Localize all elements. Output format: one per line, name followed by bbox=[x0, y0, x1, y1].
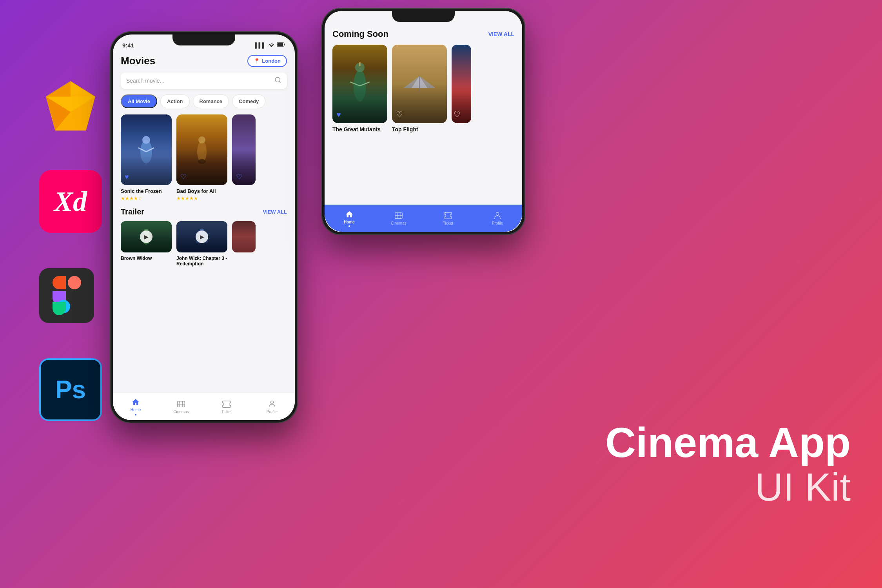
rating-badboys: ★★★★★ bbox=[176, 196, 227, 201]
phone-left: 9:41 ▌▌▌ Movies 📍 bbox=[110, 31, 298, 423]
movie-card-badboys[interactable]: ♡ Bad Boys for All ★★★★★ bbox=[176, 114, 227, 201]
nav-home-right[interactable]: Home bbox=[325, 205, 374, 232]
movie-card-sonic[interactable]: ♥ Sonic the Frozen ★★★★☆ bbox=[121, 114, 172, 201]
photoshop-icon: Ps bbox=[39, 358, 102, 421]
trailer-title-john-wizk: John Wizk: Chapter 3 - Redemption bbox=[176, 256, 227, 267]
wifi-icon bbox=[268, 42, 274, 48]
search-icon bbox=[274, 76, 281, 85]
location-button[interactable]: 📍 London bbox=[247, 55, 287, 67]
sketch-icon bbox=[39, 78, 102, 135]
svg-rect-8 bbox=[284, 44, 285, 45]
ui-kit-subtitle: UI Kit bbox=[605, 465, 851, 510]
heart-icon-flight[interactable]: ♡ bbox=[396, 110, 403, 119]
svg-point-40 bbox=[496, 212, 499, 215]
adobe-xd-icon: Xd bbox=[39, 170, 102, 233]
card-third-coming[interactable]: ♡ bbox=[452, 45, 471, 132]
filter-romance[interactable]: Romance bbox=[193, 94, 229, 108]
filter-comedy[interactable]: Comedy bbox=[232, 94, 265, 108]
svg-rect-9 bbox=[277, 43, 283, 46]
nav-home[interactable]: Home bbox=[113, 393, 158, 420]
svg-line-11 bbox=[279, 81, 280, 82]
nav-ticket-right[interactable]: Ticket bbox=[423, 205, 473, 232]
movie-title-badboys: Bad Boys for All bbox=[176, 188, 227, 194]
nav-profile[interactable]: Profile bbox=[249, 393, 295, 420]
app-content-left: Movies 📍 London Search movie... All Movi… bbox=[113, 52, 295, 393]
heart-icon-badboys[interactable]: ♡ bbox=[180, 172, 187, 181]
signal-icon: ▌▌▌ bbox=[255, 42, 266, 48]
trailer-section-header: Trailer VIEW ALL bbox=[121, 207, 287, 216]
location-icon: 📍 bbox=[254, 58, 260, 64]
coming-soon-view-all[interactable]: VIEW ALL bbox=[488, 31, 514, 37]
heart-icon-mutants[interactable]: ♥ bbox=[336, 110, 341, 119]
svg-point-27 bbox=[270, 401, 273, 403]
phone-notch bbox=[172, 34, 235, 45]
trailer-card-ave[interactable]: ▶ bbox=[232, 221, 256, 267]
app-content-right: Coming Soon VIEW ALL bbox=[325, 25, 522, 205]
trailer-title-brown-widow: Brown Widow bbox=[121, 256, 172, 261]
coming-soon-cards: ♥ The Great Mutants bbox=[332, 45, 514, 132]
figma-icon bbox=[39, 268, 94, 323]
battery-icon bbox=[277, 42, 285, 48]
category-filters: All Movie Action Romance Comedy bbox=[121, 94, 287, 108]
nav-cinemas-right[interactable]: Cinemas bbox=[374, 205, 423, 232]
nav-cinemas[interactable]: Cinemas bbox=[158, 393, 204, 420]
heart-icon-third[interactable]: ♡ bbox=[236, 172, 242, 181]
trailer-card-brown-widow[interactable]: ▶ Brown Widow bbox=[121, 221, 172, 267]
heart-icon-sonic[interactable]: ♥ bbox=[125, 173, 129, 181]
trailer-view-all[interactable]: VIEW ALL bbox=[263, 209, 287, 215]
card-top-flight[interactable]: ♡ Top Flight bbox=[392, 45, 447, 132]
card-great-mutants[interactable]: ♥ The Great Mutants bbox=[332, 45, 387, 132]
movies-title: Movies bbox=[121, 55, 155, 67]
movie-cards-row: ♥ Sonic the Frozen ★★★★☆ bbox=[121, 114, 287, 201]
nav-ticket[interactable]: Ticket bbox=[204, 393, 249, 420]
play-button-trailer2[interactable]: ▶ bbox=[196, 230, 208, 243]
filter-all-movie[interactable]: All Movie bbox=[121, 94, 157, 108]
rating-sonic: ★★★★☆ bbox=[121, 196, 172, 201]
bottom-nav-right: Home Cinemas Ticket Profile bbox=[325, 205, 522, 232]
search-bar[interactable]: Search movie... bbox=[121, 73, 287, 89]
cinema-app-branding: Cinema App UI Kit bbox=[605, 420, 851, 510]
nav-profile-right[interactable]: Profile bbox=[473, 205, 522, 232]
cinema-app-title: Cinema App bbox=[605, 420, 851, 465]
heart-icon-third-right[interactable]: ♡ bbox=[454, 110, 461, 119]
trailer-title: Trailer bbox=[121, 207, 144, 216]
bottom-nav-left: Home Cinemas Ticket Profile bbox=[113, 393, 295, 420]
phone-right: Coming Soon VIEW ALL bbox=[321, 8, 525, 235]
search-placeholder: Search movie... bbox=[126, 78, 270, 84]
play-button-trailer1[interactable]: ▶ bbox=[140, 230, 152, 243]
coming-soon-title: Coming Soon bbox=[332, 29, 388, 39]
phone-notch-right bbox=[392, 11, 455, 22]
card-title-mutants: The Great Mutants bbox=[332, 126, 387, 132]
tools-panel: Xd Ps bbox=[39, 78, 102, 421]
coming-soon-header: Coming Soon VIEW ALL bbox=[332, 25, 514, 39]
card-title-flight: Top Flight bbox=[392, 126, 447, 132]
trailer-cards-row: ▶ Brown Widow bbox=[121, 221, 287, 267]
filter-action[interactable]: Action bbox=[160, 94, 189, 108]
svg-point-10 bbox=[275, 77, 280, 82]
movie-title-sonic: Sonic the Frozen bbox=[121, 188, 172, 194]
movies-header: Movies 📍 London bbox=[121, 52, 287, 67]
movie-card-third[interactable]: ♡ bbox=[232, 114, 256, 201]
trailer-card-john-wizk[interactable]: ▶ John Wizk: Chapter 3 - Redemption bbox=[176, 221, 227, 267]
